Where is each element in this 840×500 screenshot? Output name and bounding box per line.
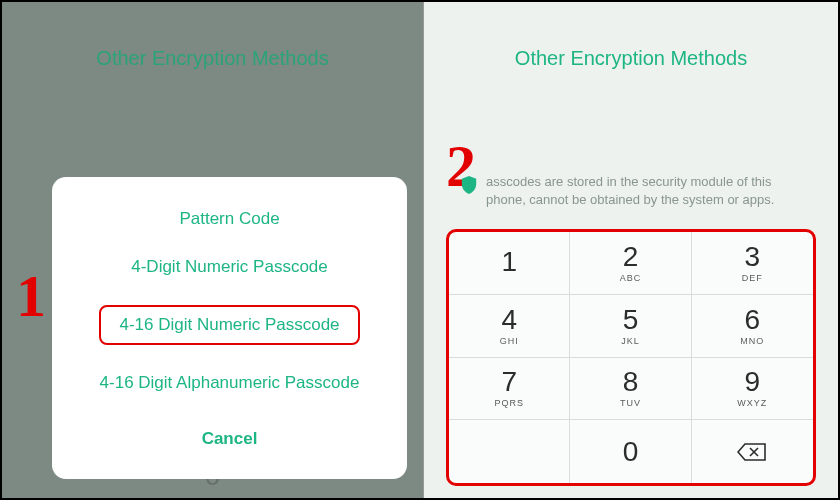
key-digit: 2 <box>623 243 639 271</box>
encryption-methods-dialog: Pattern Code 4-Digit Numeric Passcode 4-… <box>52 177 407 479</box>
panel-step-1: Other Encryption Methods 0 1 Pattern Cod… <box>2 2 424 498</box>
option-4-digit[interactable]: 4-Digit Numeric Passcode <box>52 243 407 291</box>
key-digit: 5 <box>623 306 639 334</box>
key-delete[interactable] <box>692 420 813 483</box>
key-letters: JKL <box>621 336 640 346</box>
page-title: Other Encryption Methods <box>424 47 838 70</box>
key-digit: 8 <box>623 368 639 396</box>
key-4[interactable]: 4 GHI <box>449 295 570 358</box>
key-digit: 7 <box>501 368 517 396</box>
highlighted-option: 4-16 Digit Numeric Passcode <box>99 305 359 345</box>
shield-icon <box>460 175 478 195</box>
key-digit: 0 <box>623 438 639 466</box>
key-0[interactable]: 0 <box>570 420 691 483</box>
panel-step-2: Other Encryption Methods 2 asscodes are … <box>424 2 838 498</box>
security-info-text: asscodes are stored in the security modu… <box>486 173 802 208</box>
key-letters: ABC <box>620 273 642 283</box>
key-digit: 4 <box>501 306 517 334</box>
key-letters: DEF <box>742 273 763 283</box>
key-letters: PQRS <box>494 398 524 408</box>
key-5[interactable]: 5 JKL <box>570 295 691 358</box>
key-6[interactable]: 6 MNO <box>692 295 813 358</box>
option-pattern-code[interactable]: Pattern Code <box>52 195 407 243</box>
page-title: Other Encryption Methods <box>2 47 423 70</box>
key-2[interactable]: 2 ABC <box>570 232 691 295</box>
key-digit: 6 <box>745 306 761 334</box>
key-digit: 1 <box>501 248 517 276</box>
step-number-1: 1 <box>16 262 46 331</box>
key-letters: TUV <box>620 398 641 408</box>
key-letters: GHI <box>500 336 519 346</box>
numeric-keypad: 1 2 ABC 3 DEF 4 GHI 5 JKL 6 MNO <box>446 229 816 486</box>
option-4-16-numeric[interactable]: 4-16 Digit Numeric Passcode <box>52 291 407 359</box>
option-4-16-alpha[interactable]: 4-16 Digit Alphanumeric Passcode <box>52 359 407 407</box>
key-letters: WXYZ <box>737 398 767 408</box>
key-7[interactable]: 7 PQRS <box>449 358 570 421</box>
key-9[interactable]: 9 WXYZ <box>692 358 813 421</box>
key-digit: 9 <box>745 368 761 396</box>
security-info: asscodes are stored in the security modu… <box>460 173 802 208</box>
key-digit: 3 <box>745 243 761 271</box>
key-1[interactable]: 1 <box>449 232 570 295</box>
backspace-icon <box>737 442 767 462</box>
key-8[interactable]: 8 TUV <box>570 358 691 421</box>
key-letters: MNO <box>740 336 764 346</box>
cancel-button[interactable]: Cancel <box>52 413 407 463</box>
key-3[interactable]: 3 DEF <box>692 232 813 295</box>
key-blank <box>449 420 570 483</box>
